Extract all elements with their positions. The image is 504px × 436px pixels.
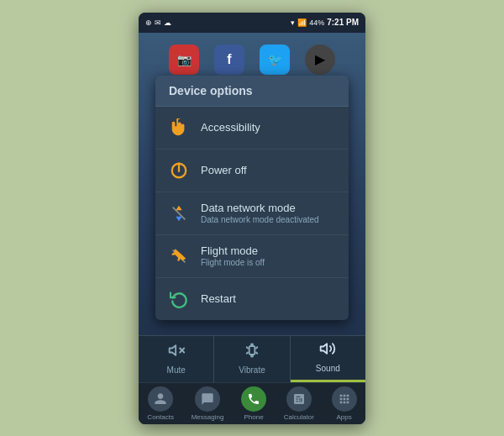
sound-bar: Mute Vibrate (139, 335, 365, 382)
messaging-nav-label: Messaging (192, 413, 224, 421)
apps-icon (332, 386, 357, 412)
data-network-sublabel: Data network mode deactivated (201, 215, 319, 224)
contacts-nav-label: Contacts (147, 413, 174, 421)
notification-icon: ⊕ (145, 18, 152, 27)
menu-item-restart[interactable]: Restart (155, 278, 349, 320)
status-bar: ⊕ ✉ ☁ ▾ 📶 44% 7:21 PM (139, 13, 365, 33)
flight-mode-sublabel: Flight mode is off (201, 258, 265, 267)
restart-text: Restart (201, 292, 236, 305)
flight-mode-icon (167, 244, 191, 268)
signal-icon: 📶 (297, 18, 307, 27)
restart-label: Restart (201, 292, 236, 305)
svg-marker-4 (169, 345, 176, 355)
data-network-icon (167, 202, 191, 225)
calculator-icon (286, 386, 312, 412)
power-off-label: Power off (201, 164, 247, 176)
calculator-nav-label: Calculator (284, 413, 314, 421)
vibrate-option[interactable]: Vibrate (214, 336, 290, 382)
contacts-icon (148, 386, 173, 412)
time-display: 7:21 PM (327, 18, 359, 27)
menu-item-accessibility[interactable]: Accessibility (155, 107, 349, 150)
modal-title: Device options (155, 76, 349, 107)
flight-mode-text: Flight mode Flight mode is off (201, 244, 265, 267)
svg-rect-7 (249, 346, 255, 355)
power-off-text: Power off (201, 164, 247, 176)
message-icon: ✉ (155, 18, 161, 27)
bottom-nav: Contacts Messaging Phone (139, 382, 365, 424)
nav-messaging[interactable]: Messaging (192, 386, 224, 421)
data-network-label: Data network mode (201, 202, 319, 214)
messaging-icon (195, 386, 220, 412)
hand-icon (167, 116, 191, 139)
nav-phone[interactable]: Phone (241, 386, 266, 421)
svg-marker-12 (321, 344, 328, 354)
phone-nav-label: Phone (244, 413, 264, 421)
power-icon (167, 159, 191, 182)
restart-icon (167, 287, 191, 311)
menu-item-flight-mode[interactable]: Flight mode Flight mode is off (155, 235, 349, 278)
menu-item-power-off[interactable]: Power off (155, 150, 349, 192)
sound-icon (319, 340, 336, 361)
nav-calculator[interactable]: Calculator (284, 386, 314, 421)
twitter-app-icon[interactable]: 🐦 (260, 45, 290, 75)
status-icons-right: ▾ 📶 44% 7:21 PM (291, 18, 359, 27)
sound-label: Sound (316, 364, 340, 373)
battery-label: 44% (309, 18, 324, 27)
vibrate-icon (244, 342, 260, 363)
phone-container: ⊕ ✉ ☁ ▾ 📶 44% 7:21 PM 📷 f 🐦 ▶ Device opt… (139, 13, 365, 424)
status-icons-left: ⊕ ✉ ☁ (145, 18, 171, 27)
wifi-icon: ▾ (291, 18, 295, 27)
phone-icon (241, 386, 266, 412)
menu-item-data-network[interactable]: Data network mode Data network mode deac… (155, 192, 349, 235)
mute-icon (168, 342, 185, 363)
vibrate-label: Vibrate (239, 365, 265, 375)
facebook-app-icon[interactable]: f (214, 45, 244, 75)
device-options-modal: Device options Accessibility Power off (155, 76, 349, 320)
flight-mode-label: Flight mode (201, 244, 265, 257)
mute-option[interactable]: Mute (139, 336, 214, 382)
apps-nav-label: Apps (336, 413, 351, 421)
nav-apps[interactable]: Apps (332, 386, 357, 421)
mute-label: Mute (167, 365, 186, 375)
top-app-icons: 📷 f 🐦 ▶ (139, 41, 365, 78)
accessibility-label: Accessibility (201, 121, 260, 134)
accessibility-text: Accessibility (201, 121, 260, 134)
cloud-icon: ☁ (164, 18, 171, 27)
sound-option[interactable]: Sound (291, 336, 365, 382)
play-app-icon[interactable]: ▶ (305, 45, 335, 75)
nav-contacts[interactable]: Contacts (147, 386, 174, 421)
camera-app-icon[interactable]: 📷 (169, 45, 199, 75)
data-network-text: Data network mode Data network mode deac… (201, 202, 319, 224)
